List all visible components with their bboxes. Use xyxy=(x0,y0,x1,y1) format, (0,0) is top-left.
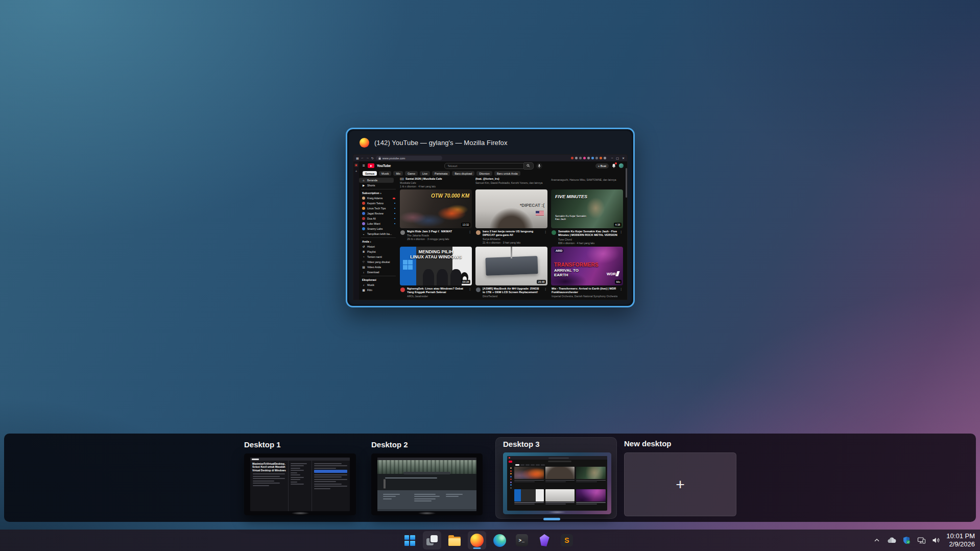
channel-avatar xyxy=(362,207,365,210)
volume-button[interactable] xyxy=(931,533,941,548)
film-icon: ▦ xyxy=(362,289,365,292)
partial-video-row: Santai 2026 | Musikala Cafe Musikala Caf… xyxy=(400,177,623,188)
desktop-1-screen: MaximizeToVirtualDesktop, Solusi Kecil u… xyxy=(250,458,350,511)
window-title-bar: (142) YouTube — gylang's — Mozilla Firef… xyxy=(349,131,632,154)
music-icon: ♪ xyxy=(362,283,365,286)
close-icon: ✕ xyxy=(622,156,625,160)
desktop-2-screen xyxy=(377,458,476,511)
new-tab-icon: + xyxy=(355,170,357,173)
partial-video-3: Anamanaguchi, Hatsune Miku, SAWTOWNE, da… xyxy=(551,177,623,188)
video-title: Semakin Ku Kejar Semakin Kau Jauh - Five… xyxy=(558,230,617,237)
desktop-1-thumbnail[interactable]: MaximizeToVirtualDesktop, Solusi Kecil u… xyxy=(244,453,356,515)
youtube-logo-icon xyxy=(368,163,374,168)
desktop-3-label: Desktop 3 xyxy=(503,440,540,448)
back-icon: ← xyxy=(361,156,364,160)
sidebar-item-playlist: ≣Playlist xyxy=(359,249,398,254)
channel-dua-ali: Dua Ali xyxy=(359,216,398,221)
window-preview-card[interactable]: (142) YouTube — gylang's — Mozilla Firef… xyxy=(346,128,635,307)
sidebar-item-shorts: ▶Shorts xyxy=(359,183,398,188)
new-content-dot xyxy=(394,203,396,204)
new-content-dot xyxy=(394,208,396,209)
kebab-icon: ⋮ xyxy=(619,230,623,245)
edge-button[interactable] xyxy=(490,531,509,549)
youtube-feed: Santai 2026 | Musikala Cafe Musikala Caf… xyxy=(398,177,627,300)
chevron-down-icon: ⌄ xyxy=(362,232,365,235)
history-icon: ↺ xyxy=(362,245,365,248)
kebab-icon: ⋮ xyxy=(544,230,547,244)
window-title: (142) YouTube — gylang's — Mozilla Firef… xyxy=(374,139,508,147)
duration-badge: 4:38 xyxy=(614,223,622,227)
sidebar-item-musik: ♪Musik xyxy=(359,282,398,288)
explore-header: Eksplorasi xyxy=(359,277,398,282)
footer-bottom-bar xyxy=(377,509,476,511)
blog-text-pane: MaximizeToVirtualDesktop, Solusi Kecil u… xyxy=(250,461,288,511)
network-button[interactable] xyxy=(917,533,926,548)
windows-logo-icon xyxy=(403,260,413,270)
channel-avatar xyxy=(400,230,405,235)
browser-toolbar: ▦ ← → ↻ www.youtube.com – ▢ ✕ xyxy=(353,155,627,161)
shield-icon xyxy=(902,536,911,544)
file-tree-pane xyxy=(288,461,312,511)
video-channel: DimzTecland xyxy=(483,295,542,298)
search-input: Telusuri xyxy=(444,163,524,169)
tray-chevron-button[interactable] xyxy=(872,533,881,548)
firefox-icon xyxy=(360,138,369,148)
video-row-2: MENDING PILIHLINUX ATAU WINDOWS 54:34 xyxy=(400,247,623,300)
task-view-icon xyxy=(426,534,438,546)
reload-icon: ↻ xyxy=(371,156,374,160)
channel-avatar xyxy=(362,212,365,215)
obsidian-icon xyxy=(539,534,550,546)
firefox-button[interactable] xyxy=(468,531,486,549)
hamburger-icon: ≡ xyxy=(363,163,365,168)
windows-start-icon xyxy=(404,535,415,546)
thumb-overlay-text: FIVE MINUTES xyxy=(555,194,587,199)
video-card-6: ARD TRANSFORMERS ARRIVAL TOEARTH WDR Mix xyxy=(551,247,623,300)
thumb-overlay-text: OTW 70.000 KM xyxy=(431,193,469,199)
youtube-header: ≡ YouTube Telusuri xyxy=(359,161,627,170)
obsidian-button[interactable] xyxy=(535,531,554,549)
new-desktop-button[interactable]: + xyxy=(624,452,736,516)
tray-time: 10:01 PM xyxy=(946,532,975,540)
download-icon: ↓ xyxy=(362,271,365,274)
firefox-icon xyxy=(470,534,484,547)
channel-kraig-adams: Kraig Adams xyxy=(359,196,398,201)
desktop-1-label: Desktop 1 xyxy=(244,440,281,449)
your-videos-icon: ▤ xyxy=(362,266,365,269)
youtube-brand: YouTube xyxy=(377,164,391,167)
channel-avatar xyxy=(362,202,365,205)
video-card-1: OTW 70.000 KM 13:32 Night Ride Jam 3 Pag… xyxy=(400,189,472,247)
partial-video-1: Santai 2026 | Musikala Cafe Musikala Caf… xyxy=(400,177,472,188)
partial-video-2: (feat. @lorien_lrs) Samuel Kim, Dawid Po… xyxy=(475,177,547,188)
taskbar: >_ S 10:01 PM 2/9/2026 xyxy=(0,530,980,551)
sublime-button[interactable]: S xyxy=(558,531,576,549)
channel-avatar xyxy=(362,197,365,200)
start-button[interactable] xyxy=(400,531,419,549)
chip-ditonton: Ditonton xyxy=(476,171,492,176)
task-view-button[interactable] xyxy=(423,531,441,549)
video-title: Mix - Transformers: Arrival to Earth (li… xyxy=(552,287,617,294)
shorts-icon: ▶ xyxy=(362,184,365,187)
new-content-dot xyxy=(394,213,396,214)
home-icon: ⌂ xyxy=(362,179,365,182)
terminal-button[interactable]: >_ xyxy=(513,531,531,549)
sidebar-item-tonton-nanti: ◔Tonton nanti xyxy=(359,254,398,259)
video-title: baru 2 hari kerja remote US langsung DIP… xyxy=(483,230,542,237)
channel-avatar xyxy=(552,230,556,235)
tray-clock[interactable]: 10:01 PM 2/9/2026 xyxy=(946,532,975,548)
security-button[interactable] xyxy=(902,533,911,548)
desktop-3-thumbnail[interactable] xyxy=(503,452,611,514)
sidebar-item-download: ↓Download xyxy=(359,270,398,275)
video-title: NgisengSek: Linux atau Windows? Debat Ya… xyxy=(407,287,466,294)
sidebar-item-video-anda: ▤Video Anda xyxy=(359,265,398,270)
channel-avatar xyxy=(476,230,481,235)
create-button: + Buat xyxy=(595,163,609,169)
file-explorer-button[interactable] xyxy=(445,531,464,549)
subscriptions-header: Subscription› xyxy=(359,190,398,196)
onedrive-button[interactable] xyxy=(887,533,896,548)
form-area xyxy=(377,474,476,490)
mini-browser-bar xyxy=(507,456,607,460)
video-thumbnail: ARD TRANSFORMERS ARRIVAL TOEARTH WDR Mix xyxy=(551,247,623,285)
cloud-icon xyxy=(887,537,896,544)
desktop-2-thumbnail[interactable] xyxy=(371,453,483,515)
extension-icons xyxy=(571,157,606,159)
